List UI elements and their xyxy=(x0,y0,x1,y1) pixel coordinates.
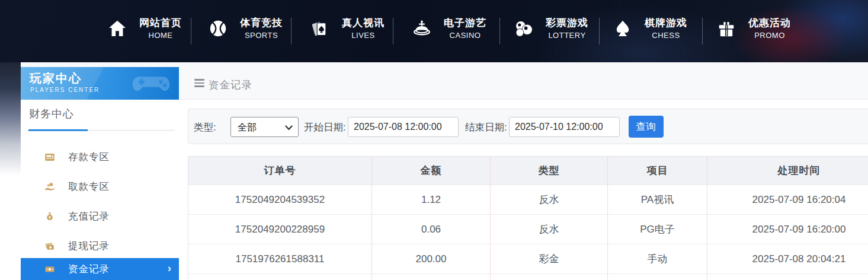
cell-order-no: 1751976261588311 xyxy=(188,244,372,274)
top-nav: 网站首页 HOME 体育竞技 SPORTS 真人视讯 xyxy=(0,0,868,62)
sidebar-header: 玩家中心 PLAYERS CENTER xyxy=(21,67,179,100)
funds-record-icon xyxy=(43,263,56,276)
cell-project: PA视讯 xyxy=(608,185,707,215)
type-select[interactable]: 全部 xyxy=(230,117,299,137)
cell-time: 2025-07-08 20:04:21 xyxy=(707,244,868,274)
sidebar-item-deposit-zone[interactable]: 存款专区 xyxy=(21,145,179,170)
sidebar-section-title: 财务中心 xyxy=(29,107,74,121)
nav-item-casino[interactable]: 电子游艺 CASINO xyxy=(411,16,489,41)
gamepad-icon xyxy=(128,69,174,98)
column-header-type: 类型 xyxy=(491,157,608,185)
page-title: 资金记录 xyxy=(209,78,252,92)
sidebar-item-withdraw-zone[interactable]: 取款专区 xyxy=(21,174,179,199)
nav-item-lottery[interactable]: 彩票游戏 LOTTERY xyxy=(513,16,591,41)
deposit-icon xyxy=(43,151,56,164)
spade-icon xyxy=(612,18,633,39)
nav-item-promo[interactable]: 优惠活动 PROMO xyxy=(716,16,793,41)
sidebar-item-label: 提现记录 xyxy=(68,240,110,253)
cell-empty xyxy=(707,274,868,280)
nav-label-en: LIVES xyxy=(351,30,374,41)
end-date-label: 结束日期: xyxy=(465,121,507,134)
sidebar-item-label: 充值记录 xyxy=(68,210,110,223)
playing-cards-icon xyxy=(309,18,331,39)
nav-item-home[interactable]: 网站首页 HOME xyxy=(107,16,184,41)
home-icon xyxy=(107,18,128,39)
cell-empty xyxy=(608,274,707,280)
table-row: 1751976261588311 200.00 彩金 手动 2025-07-08… xyxy=(188,244,868,274)
cell-time: 2025-07-09 16:20:00 xyxy=(707,215,868,244)
start-date-label: 开始日期: xyxy=(304,121,346,134)
nav-item-lives[interactable]: 真人视讯 LIVES xyxy=(309,16,387,41)
chevron-right-icon: › xyxy=(168,262,171,275)
nav-divider xyxy=(393,18,393,44)
banknotes-icon xyxy=(43,240,56,253)
cell-empty xyxy=(372,274,491,280)
cell-amount: 200.00 xyxy=(372,244,491,274)
section-divider-accent xyxy=(28,129,88,131)
cell-empty xyxy=(188,274,372,280)
gift-icon xyxy=(716,18,737,39)
cell-amount: 0.06 xyxy=(372,215,491,244)
sidebar-title: 玩家中心 xyxy=(30,71,82,87)
filter-bar: 类型: 全部 开始日期: 结束日期: 查询 xyxy=(188,109,868,144)
sidebar-item-funds-record[interactable]: 资金记录 › xyxy=(21,258,179,280)
sidebar-item-label: 存款专区 xyxy=(68,151,110,164)
type-label: 类型: xyxy=(194,121,216,134)
table-header-row: 订单号 金额 类型 项目 处理时间 xyxy=(188,157,868,185)
nav-divider xyxy=(191,18,191,44)
nav-divider xyxy=(291,18,292,44)
sidebar-item-recharge-record[interactable]: ¥ 充值记录 xyxy=(21,204,179,229)
nav-label-zh: 网站首页 xyxy=(139,16,182,30)
table-row: 1752049204539352 1.12 反水 PA视讯 2025-07-09… xyxy=(188,185,868,215)
cell-order-no: 1752049200228959 xyxy=(188,215,372,244)
roulette-icon xyxy=(411,18,433,39)
withdraw-hand-icon xyxy=(43,180,56,193)
nav-label-en: CHESS xyxy=(652,30,680,41)
cell-type: 反水 xyxy=(491,185,608,215)
table-row: 1752049200228959 0.06 反水 PG电子 2025-07-09… xyxy=(188,215,868,244)
nav-item-sports[interactable]: 体育竞技 SPORTS xyxy=(207,16,285,41)
nav-label-en: PROMO xyxy=(754,30,785,41)
money-bag-icon: ¥ xyxy=(43,210,56,223)
sidebar-item-withdrawal-record[interactable]: 提现记录 xyxy=(21,234,179,259)
nav-item-chess[interactable]: 棋牌游戏 CHESS xyxy=(612,16,690,41)
nav-label-en: HOME xyxy=(149,30,173,41)
sidebar-item-label: 资金记录 xyxy=(68,263,110,276)
nav-divider xyxy=(499,18,500,44)
search-button[interactable]: 查询 xyxy=(629,116,664,138)
sidebar-subtitle: PLAYERS CENTER xyxy=(30,87,100,93)
svg-text:¥: ¥ xyxy=(49,215,51,219)
cell-time: 2025-07-09 16:20:04 xyxy=(707,185,868,215)
nav-label-zh: 彩票游戏 xyxy=(546,16,588,30)
nav-label-zh: 电子游艺 xyxy=(444,16,486,30)
lottery-balls-icon xyxy=(513,18,534,39)
column-header-order-no: 订单号 xyxy=(188,157,372,185)
page-background-strip xyxy=(0,62,21,280)
cell-project: PG电子 xyxy=(608,215,707,244)
cell-project: 手动 xyxy=(608,244,707,274)
nav-label-zh: 体育竞技 xyxy=(240,16,283,30)
sidebar-item-label: 取款专区 xyxy=(68,180,110,193)
menu-toggle-icon[interactable] xyxy=(194,79,204,87)
cell-type: 反水 xyxy=(491,215,608,244)
cell-amount: 1.12 xyxy=(372,185,491,215)
start-date-input[interactable] xyxy=(348,117,459,137)
nav-label-en: CASINO xyxy=(450,30,481,41)
page: 网站首页 HOME 体育竞技 SPORTS 真人视讯 xyxy=(0,0,868,280)
nav-label-zh: 真人视讯 xyxy=(342,16,385,30)
nav-divider xyxy=(599,18,600,44)
chevron-down-icon xyxy=(285,125,293,131)
sports-ball-icon xyxy=(207,18,229,39)
column-header-time: 处理时间 xyxy=(707,157,868,185)
nav-label-en: SPORTS xyxy=(245,30,278,41)
end-date-input[interactable] xyxy=(509,117,620,137)
type-select-value: 全部 xyxy=(238,122,257,134)
sidebar: 财务中心 存款专区 取款专区 xyxy=(21,100,179,280)
nav-label-zh: 优惠活动 xyxy=(748,16,791,30)
column-header-amount: 金额 xyxy=(372,157,491,185)
nav-divider xyxy=(702,18,703,44)
funds-record-table: 订单号 金额 类型 项目 处理时间 1752049204539352 1.12 … xyxy=(188,156,868,280)
cell-type: 彩金 xyxy=(491,244,608,274)
column-header-project: 项目 xyxy=(608,157,707,185)
nav-label-zh: 棋牌游戏 xyxy=(645,16,687,30)
